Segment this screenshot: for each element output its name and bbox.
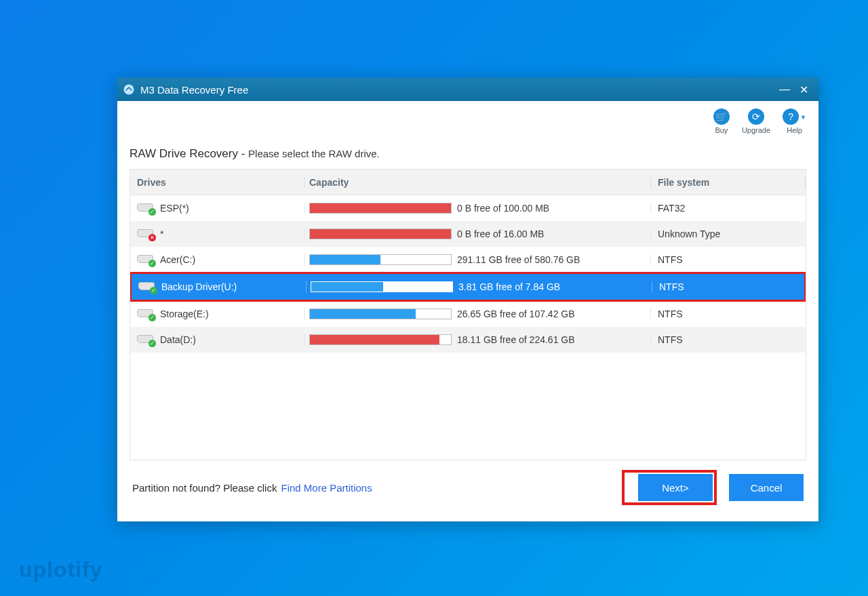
drive-row[interactable]: ✓ESP(*)0 B free of 100.00 MBFAT32 [130, 195, 806, 221]
filesystem-text: NTFS [651, 309, 806, 319]
drive-name: Backup Driver(U:) [161, 281, 237, 292]
drive-name: Acer(C:) [160, 254, 195, 265]
toolbar: 🛒 Buy ⟳ Upgrade ? ▼ Help [117, 101, 818, 142]
capacity-bar [309, 203, 452, 214]
next-button-highlight: Next> [622, 470, 717, 505]
drive-icon: ✕ [137, 228, 155, 240]
drive-icon: ✓ [137, 308, 155, 320]
capacity-text: 291.11 GB free of 580.76 GB [457, 254, 580, 265]
filesystem-text: NTFS [651, 334, 806, 345]
capacity-text: 3.81 GB free of 7.84 GB [458, 281, 560, 292]
next-button[interactable]: Next> [638, 474, 713, 501]
help-button[interactable]: ? ▼ Help [783, 108, 806, 134]
col-capacity[interactable]: Capacity [305, 177, 651, 188]
app-window: M3 Data Recovery Free — ✕ 🛒 Buy ⟳ Upgrad… [117, 77, 819, 522]
upgrade-label: Upgrade [742, 126, 770, 134]
drive-icon: ✓ [138, 281, 156, 293]
capacity-bar [309, 254, 452, 265]
filesystem-text: Unknown Type [651, 229, 806, 239]
close-button[interactable]: ✕ [794, 83, 813, 96]
find-more-partitions-link[interactable]: Find More Partitions [281, 482, 372, 494]
upgrade-icon: ⟳ [748, 108, 764, 125]
partition-prompt: Partition not found? Please click [132, 482, 277, 494]
drive-row[interactable]: ✓Data(D:)18.11 GB free of 224.61 GBNTFS [130, 327, 806, 353]
drive-icon: ✓ [137, 202, 155, 214]
page-heading: RAW Drive Recovery - Please select the R… [130, 142, 806, 169]
drive-table: Drives Capacity File system ✓ESP(*)0 B f… [130, 169, 806, 460]
table-header: Drives Capacity File system [130, 170, 806, 195]
help-icon: ? [783, 108, 799, 125]
capacity-bar [309, 309, 452, 319]
content-area: RAW Drive Recovery - Please select the R… [117, 142, 818, 512]
capacity-bar [309, 334, 452, 345]
capacity-text: 0 B free of 100.00 MB [457, 203, 549, 214]
titlebar[interactable]: M3 Data Recovery Free — ✕ [117, 78, 818, 101]
drive-row[interactable]: ✓Acer(C:)291.11 GB free of 580.76 GBNTFS [130, 247, 806, 273]
cart-icon: 🛒 [713, 108, 730, 125]
col-filesystem[interactable]: File system [651, 177, 806, 188]
capacity-text: 18.11 GB free of 224.61 GB [457, 334, 575, 345]
capacity-text: 26.65 GB free of 107.42 GB [457, 309, 575, 319]
drive-name: ESP(*) [160, 203, 189, 214]
col-drives[interactable]: Drives [130, 177, 305, 188]
svg-point-0 [124, 85, 134, 95]
heading-sub: Please select the RAW drive. [248, 148, 380, 159]
minimize-button[interactable]: — [775, 83, 794, 96]
capacity-bar [309, 229, 452, 239]
drive-name: Data(D:) [160, 334, 196, 345]
help-label: Help [787, 126, 802, 134]
filesystem-text: NTFS [652, 281, 804, 292]
window-title: M3 Data Recovery Free [140, 84, 248, 96]
upgrade-button[interactable]: ⟳ Upgrade [742, 108, 770, 134]
heading-main: RAW Drive Recovery [130, 147, 238, 160]
footer: Partition not found? Please click Find M… [130, 460, 806, 505]
capacity-text: 0 B free of 16.00 MB [457, 229, 544, 239]
drive-row[interactable]: ✕*0 B free of 16.00 MBUnknown Type [130, 221, 806, 247]
drive-row[interactable]: ✓Backup Driver(U:)3.81 GB free of 7.84 G… [130, 272, 806, 302]
drive-row[interactable]: ✓Storage(E:)26.65 GB free of 107.42 GBNT… [130, 301, 806, 327]
chevron-down-icon: ▼ [800, 114, 806, 121]
cancel-button[interactable]: Cancel [729, 474, 804, 501]
filesystem-text: NTFS [651, 254, 806, 265]
drive-name: * [160, 229, 163, 239]
drive-name: Storage(E:) [160, 309, 209, 319]
drive-icon: ✓ [137, 254, 155, 266]
drive-icon: ✓ [137, 334, 155, 346]
buy-button[interactable]: 🛒 Buy [713, 108, 730, 134]
capacity-bar [311, 281, 453, 292]
app-icon [123, 83, 135, 96]
filesystem-text: FAT32 [651, 203, 806, 214]
buy-label: Buy [715, 126, 728, 134]
watermark: uplotify [19, 557, 103, 582]
